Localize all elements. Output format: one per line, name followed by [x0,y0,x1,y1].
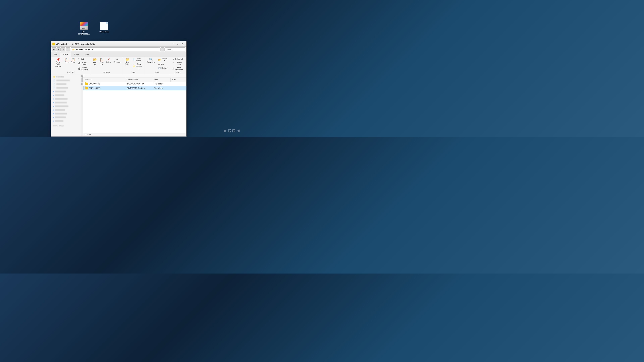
sidebar-item-2[interactable]: 📄 [51,82,81,86]
new-buttons: 📁 Newfolder 📄 New item ▾ ⚡ Easy access ▾ [124,57,143,71]
table-row[interactable]: CUSA00552 6/1/2019 10:06 PM File folder [83,82,186,86]
usr-data-icon-label: USR-DATA [100,30,109,33]
copy-icon: 📋 [65,58,68,61]
new-item-button[interactable]: 📄 New item ▾ [131,57,143,62]
maximize-button[interactable]: □ [175,42,180,46]
edit-button[interactable]: ✏ Edit [157,62,168,66]
sidebar-item-9[interactable]: ● [51,108,81,112]
col-name-label: Name [85,79,90,81]
recent-locations-button[interactable]: ▼ [66,47,70,51]
file-date-cell-cusa00556: 10/15/2019 9:43 AM [126,86,152,90]
sidebar-item-5[interactable]: ● [51,93,81,97]
delete-icon: ✕ [108,58,110,61]
tab-share[interactable]: Share [71,52,82,56]
easy-access-button[interactable]: ⚡ Easy access ▾ [131,62,143,70]
new-folder-icon: 📁 [126,58,129,61]
tab-view[interactable]: View [82,52,92,56]
main-content: ⭐ Favorites 📄 📄 📄 ● [51,74,186,136]
paste-shortcut-icon: 🗐 [78,67,80,70]
delete-button[interactable]: ✕ Delete [105,57,112,64]
cut-label: Cut [81,58,84,60]
address-bar: ◀ ▶ ▲ ▼ 📁 33d7aec1367e207b ↻ [51,46,186,52]
copy-path-button[interactable]: 🗐 Copy path [77,61,89,66]
edit-label: Edit [161,63,164,65]
eu-cusa-icon[interactable]: EU - CUSA00556... [77,22,90,35]
tab-file[interactable]: File [51,52,60,56]
ribbon-group-clipboard: 📌 Pin to Quick access 📋 Copy 📋 P [52,57,90,74]
sidebar-item-8[interactable]: ● [51,104,81,108]
search-input[interactable] [165,47,185,51]
sidebar-item-7[interactable]: ● [51,101,81,104]
copy-button[interactable]: 📋 Copy [64,57,70,64]
paste-button[interactable]: 📋 Paste [70,57,76,64]
rename-label: Rename [114,61,120,63]
title-bar-icon [52,42,55,45]
col-type-label: Type [154,79,158,81]
select-none-button[interactable]: ☐ Select none [172,61,184,66]
new-folder-button[interactable]: 📁 Newfolder [124,57,130,66]
sidebar-item-11[interactable]: ● [51,115,81,119]
usr-data-desktop-icon[interactable]: USR-DATA [97,22,111,35]
folder-icon-cusa00552 [85,83,88,85]
table-row[interactable]: CUSA00556 10/15/2019 9:43 AM File folder [83,86,186,90]
organize-buttons: 📂 Moveto▾ 📋 Copyto▾ ✕ Delete ✏ [92,57,122,71]
status-bar-text: 2 items [85,134,91,136]
col-header-date-modified[interactable]: Date modified [125,78,152,82]
properties-label: Properties [147,61,155,63]
rename-button[interactable]: ✏ Rename [113,57,122,64]
invert-selection-icon: ⊟ [172,67,174,70]
sidebar-item-4[interactable]: ● [51,90,81,93]
copy-to-icon: 📋 [100,58,104,61]
nav-forward-button[interactable]: ▶ [56,47,60,51]
file-date-cell-cusa00552: 6/1/2019 10:06 PM [125,82,152,86]
select-all-button[interactable]: ☑ Select all [172,57,184,61]
address-breadcrumb[interactable]: 📁 33d7aec1367e207b [70,47,160,51]
nav-back-button[interactable]: ◀ [52,47,56,51]
nav-up-button[interactable]: ▲ [61,47,65,51]
scrollbar-up-arrow[interactable]: ▲ [81,75,83,77]
paste-shortcut-button[interactable]: 🗐 Paste shortcut [77,66,89,71]
ribbon: File Home Share View 📌 Pin to Quick acce… [51,52,186,74]
open-label: Open ▾ [162,58,167,62]
copy-to-button[interactable]: 📋 Copyto▾ [98,57,105,66]
eu-cusa-icon-label: EU - CUSA00556... [77,30,90,35]
properties-button[interactable]: 🔍 Properties [146,57,156,64]
new-folder-label: Newfolder [125,61,129,65]
sidebar-item-6[interactable]: ● [51,97,81,101]
file-size-cell-cusa00552 [170,83,184,84]
sidebar-item-12[interactable]: ● [51,119,81,123]
col-header-type[interactable]: Type [152,78,170,82]
sidebar-item-3[interactable]: 📄 [51,86,81,90]
minimize-button[interactable]: ─ [170,42,175,46]
scrollbar-down-arrow[interactable]: ▼ [81,83,83,85]
history-button[interactable]: 🕐 History [157,66,168,70]
col-header-name[interactable]: Name ▲ [83,78,125,82]
open-button[interactable]: 📂 Open ▾ [157,57,168,62]
sidebar-item-10[interactable]: ● [51,112,81,115]
pin-to-quick-access-button[interactable]: 📌 Pin to Quick access [53,57,64,68]
select-all-icon: ☑ [172,58,174,60]
ribbon-group-new: 📁 Newfolder 📄 New item ▾ ⚡ Easy access ▾ [123,57,145,74]
scrollbar-thumb[interactable] [82,77,83,82]
col-header-size[interactable]: Size [170,78,184,82]
title-bar-controls: ─ □ ✕ [170,42,185,46]
sidebar-scrollbar[interactable]: ▲ ▼ [81,74,83,136]
tab-home[interactable]: Home [60,52,71,56]
move-to-button[interactable]: 📂 Moveto▾ [92,57,98,66]
close-button[interactable]: ✕ [180,42,185,46]
breadcrumb-text: 33d7aec1367e207b [76,48,94,51]
ribbon-group-open: 🔍 Properties 📂 Open ▾ ✏ Edit [145,57,170,74]
file-name-cusa00552: CUSA00552 [89,83,100,85]
folder-icon-cusa00556 [85,87,88,89]
delete-label: Delete [106,61,111,63]
sidebar-item-1[interactable]: 📄 [51,79,81,82]
explorer-window: Save Wizard for PS4 MAX - 1.0.6510.36416… [51,41,186,137]
file-area-empty [83,90,186,133]
cut-button[interactable]: ✂ Cut [77,57,89,61]
ribbon-group-select: ☑ Select all ☐ Select none ⊟ Invert sele… [170,57,186,74]
invert-selection-button[interactable]: ⊟ Invert selection [172,66,184,71]
sidebar-item-favorites[interactable]: ⭐ Favorites [51,75,81,79]
sort-indicator: ▲ [85,75,86,77]
paste-label: Paste [71,61,75,63]
refresh-button[interactable]: ↻ [160,47,164,51]
